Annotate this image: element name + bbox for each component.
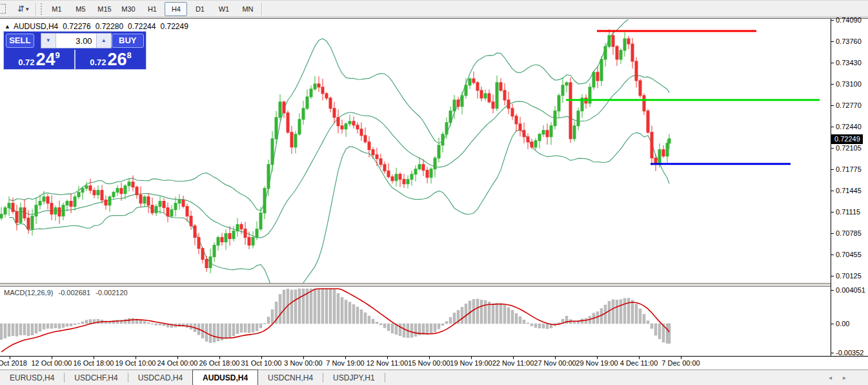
macd-histogram-bar <box>449 317 452 324</box>
macd-histogram-bar <box>368 316 370 324</box>
candle <box>527 133 529 149</box>
macd-histogram-bar <box>31 324 34 335</box>
candle <box>434 156 436 178</box>
macd-histogram-bar <box>43 324 45 329</box>
volume-increase-button[interactable]: ▲ <box>96 34 111 48</box>
macd-axis-label: 0.00 <box>836 320 849 328</box>
macd-histogram-bar <box>81 322 84 324</box>
candle <box>647 109 649 134</box>
macd-histogram-bar <box>4 324 6 338</box>
chart-tab-usdjpy[interactable]: USDJPY,H1 <box>323 370 384 385</box>
macd-histogram-bar <box>248 324 250 333</box>
dropdown-caret-icon[interactable]: ▾ <box>26 6 29 12</box>
tile-windows-icon[interactable]: ⇵ <box>17 5 25 13</box>
candle <box>143 195 146 207</box>
buy-price-display[interactable]: 0.72 26 8 <box>76 50 146 69</box>
time-axis[interactable]: 9 Oct 201812 Oct 00:0016 Oct 18:0019 Oct… <box>0 356 868 369</box>
buy-button[interactable]: BUY <box>112 34 144 48</box>
timeframe-button-mn[interactable]: MN <box>236 2 259 16</box>
price-axis-tick <box>831 276 834 276</box>
volume-stepper: ▼ ▲ <box>41 33 112 48</box>
candle <box>23 200 26 221</box>
candle <box>399 172 401 187</box>
macd-histogram-bar <box>527 323 529 324</box>
volume-input[interactable] <box>56 34 96 48</box>
time-axis-label: 19 Oct 10:00 <box>116 359 156 367</box>
toolbar-grip[interactable] <box>39 3 43 15</box>
time-axis-tick <box>555 357 556 359</box>
chart-tab-usdchf[interactable]: USDCHF,H4 <box>65 370 127 385</box>
collapse-panel-icon[interactable]: ▲ <box>5 23 10 30</box>
macd-histogram-bar <box>151 324 154 324</box>
time-axis-label: 24 Oct 00:00 <box>157 359 198 367</box>
price-axis-label: 0.72105 <box>836 144 862 152</box>
macd-histogram-bar <box>62 324 65 328</box>
candle <box>93 187 96 198</box>
tab-scroll-right-icon[interactable]: ▸ <box>843 374 846 382</box>
macd-histogram-bar <box>244 324 247 332</box>
macd-histogram-bar <box>523 320 525 324</box>
candle <box>376 148 378 167</box>
timeframe-button-h1[interactable]: H1 <box>141 2 163 16</box>
sell-button[interactable]: SELL <box>6 34 34 48</box>
candle <box>97 185 99 199</box>
time-axis-tick <box>303 357 304 359</box>
candle <box>573 121 576 142</box>
macd-histogram-bar <box>318 289 320 324</box>
candle <box>170 205 173 218</box>
candle <box>228 226 231 245</box>
timeframe-button-h4[interactable]: H4 <box>165 2 187 16</box>
chart-title: ▲ AUDUSD,H4 0.72276 0.72280 0.72244 0.72… <box>5 22 188 31</box>
macd-histogram-bar <box>500 304 502 324</box>
chart-frame-icon[interactable] <box>0 4 6 14</box>
chart-tab-usdcad[interactable]: USDCAD,H4 <box>128 370 192 385</box>
macd-histogram-bar <box>496 303 498 324</box>
macd-histogram-bar <box>143 321 146 324</box>
volume-decrease-button[interactable]: ▼ <box>41 34 56 48</box>
macd-histogram-bar <box>476 299 479 324</box>
timeframe-button-m1[interactable]: M1 <box>45 2 68 16</box>
candle <box>236 218 239 237</box>
macd-histogram-bar <box>604 305 607 324</box>
chart-tab-audusd[interactable]: AUDUSD,H4 <box>192 369 258 385</box>
candle <box>333 102 336 123</box>
candle <box>627 36 630 49</box>
timeframe-button-m30[interactable]: M30 <box>117 2 139 16</box>
price-axis[interactable]: 0.740900.737600.734300.731000.727700.724… <box>831 19 868 357</box>
candle <box>314 76 316 91</box>
timeframe-button-d1[interactable]: D1 <box>188 2 211 16</box>
timeframe-button-m15[interactable]: M15 <box>93 2 116 16</box>
candle <box>565 81 568 92</box>
candle <box>178 194 181 210</box>
sell-price-display[interactable]: 0.72 24 9 <box>4 50 74 69</box>
macd-histogram-bar <box>391 324 394 333</box>
candle <box>12 198 14 214</box>
candle <box>271 131 274 172</box>
timeframe-button-w1[interactable]: W1 <box>212 2 235 16</box>
candle <box>592 70 595 90</box>
chart-tab-eurusd[interactable]: EURUSD,H4 <box>0 370 64 385</box>
timeframe-button-m5[interactable]: M5 <box>69 2 92 16</box>
macd-histogram-bar <box>341 297 343 324</box>
top-toolbar: ⇵ ▾ M1M5M15M30H1H4D1W1MN <box>0 0 868 17</box>
time-axis-tick <box>94 357 94 359</box>
candle <box>507 92 510 114</box>
tab-scroll-left-icon[interactable]: ◂ <box>829 374 832 382</box>
chart-tab-usdcnh[interactable]: USDCNH,H4 <box>258 370 323 385</box>
macd-histogram-bar <box>352 304 355 324</box>
macd-indicator-pane[interactable]: MACD(12,26,9) -0.002681 -0.002120 <box>0 287 831 356</box>
candle <box>616 45 618 66</box>
candle <box>623 32 626 57</box>
candle <box>139 187 142 207</box>
macd-histogram-bar <box>155 324 157 325</box>
candle <box>194 224 196 245</box>
time-axis-label: 15 Nov 00:00 <box>408 359 450 367</box>
candle <box>318 76 320 92</box>
macd-histogram-bar <box>426 324 429 335</box>
candle <box>496 76 498 111</box>
price-axis-tick <box>831 41 834 42</box>
candle <box>569 78 572 143</box>
candle <box>287 110 289 134</box>
macd-histogram-bar <box>627 298 630 324</box>
candle <box>348 115 351 127</box>
